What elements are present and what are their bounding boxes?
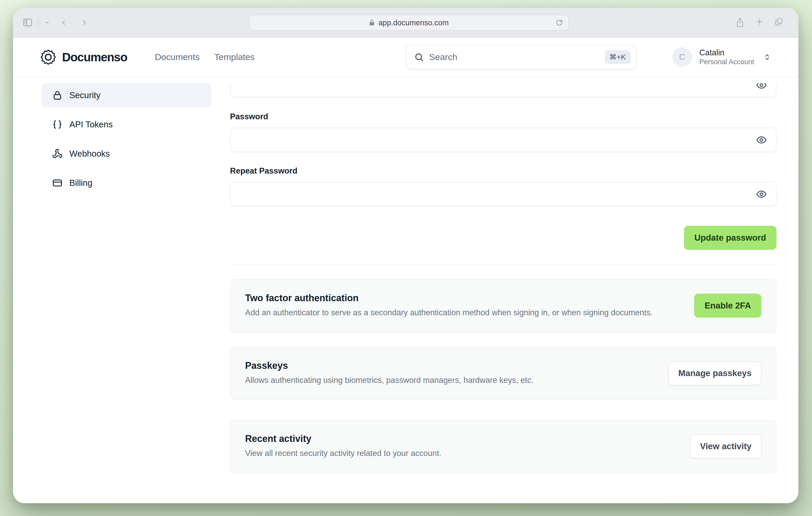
eye-icon[interactable]: [756, 83, 767, 91]
current-password-input[interactable]: [231, 83, 776, 97]
sidebar-item-label: Webhooks: [69, 149, 110, 159]
credit-card-icon: [52, 178, 63, 188]
documenso-logo[interactable]: Documenso: [40, 49, 127, 65]
recent-activity-title: Recent activity: [245, 433, 677, 444]
passkeys-description: Allows authenticating using biometrics, …: [245, 374, 656, 386]
two-factor-description: Add an authenticator to serve as a secon…: [245, 307, 662, 319]
nav-documents[interactable]: Documents: [155, 52, 200, 62]
settings-sidebar: Security API Tokens Webhooks: [42, 83, 211, 503]
sidebar-item-security[interactable]: Security: [42, 83, 211, 107]
passkeys-title: Passkeys: [245, 360, 656, 371]
two-factor-card: Two factor authentication Add an authent…: [230, 279, 777, 332]
search-shortcut-badge: ⌘+K: [605, 50, 631, 64]
account-type: Personal Account: [699, 58, 754, 66]
tls-lock-icon: [369, 19, 375, 26]
sidebar-item-label: Billing: [69, 178, 92, 188]
sidebar-item-label: Security: [69, 90, 100, 100]
view-activity-button[interactable]: View activity: [690, 434, 761, 458]
avatar: C: [672, 47, 692, 67]
update-password-button[interactable]: Update password: [684, 226, 777, 250]
browser-toolbar: app.documenso.com: [13, 8, 799, 37]
brand-name: Documenso: [62, 50, 127, 64]
braces-icon: [52, 119, 63, 130]
lock-icon: [52, 90, 63, 101]
current-password-field[interactable]: [230, 83, 777, 97]
browser-window: app.documenso.com: [13, 8, 799, 503]
share-icon[interactable]: [736, 18, 744, 27]
repeat-password-input[interactable]: [231, 183, 776, 206]
chevrons-up-down-icon: [763, 52, 771, 62]
tab-overview-icon[interactable]: [775, 18, 783, 27]
search-input[interactable]: [429, 52, 600, 62]
manage-passkeys-button[interactable]: Manage passkeys: [668, 361, 761, 385]
enable-2fa-button[interactable]: Enable 2FA: [694, 294, 761, 318]
passkeys-card: Passkeys Allows authenticating using bio…: [230, 347, 777, 400]
sidebar-item-billing[interactable]: Billing: [42, 171, 211, 195]
forward-icon[interactable]: [81, 19, 88, 26]
search-bar[interactable]: ⌘+K: [406, 45, 637, 70]
nav-templates[interactable]: Templates: [214, 52, 255, 62]
sidebar-item-label: API Tokens: [69, 119, 113, 130]
documenso-logo-icon: [40, 49, 56, 65]
repeat-password-field[interactable]: [230, 182, 777, 207]
url-text: app.documenso.com: [378, 19, 448, 27]
eye-icon[interactable]: [756, 188, 767, 200]
two-factor-title: Two factor authentication: [245, 293, 682, 303]
sidebar-toggle-icon[interactable]: [23, 18, 32, 27]
recent-activity-description: View all recent security activity relate…: [245, 447, 662, 460]
address-bar[interactable]: app.documenso.com: [249, 15, 569, 31]
sidebar-menu-chevron-icon[interactable]: [44, 20, 50, 25]
account-name: Catalin: [699, 48, 754, 58]
repeat-password-label: Repeat Password: [230, 166, 777, 175]
main-nav: Documents Templates: [155, 52, 255, 62]
search-icon: [414, 52, 424, 62]
app-header: Documenso Documents Templates ⌘+K C Cata…: [13, 37, 799, 77]
new-tab-icon[interactable]: [755, 18, 763, 27]
password-input[interactable]: [231, 128, 776, 152]
account-menu[interactable]: C Catalin Personal Account: [672, 47, 771, 67]
toolbar-divider: [38, 17, 38, 28]
password-field[interactable]: [230, 128, 777, 152]
sidebar-item-webhooks[interactable]: Webhooks: [42, 142, 211, 166]
reload-icon[interactable]: [555, 19, 563, 27]
webhook-icon: [52, 148, 63, 159]
back-icon[interactable]: [60, 19, 67, 26]
eye-icon[interactable]: [756, 134, 767, 146]
section-divider: [230, 265, 777, 266]
security-settings-panel: Password Repeat Password Update password: [230, 83, 777, 503]
sidebar-item-api-tokens[interactable]: API Tokens: [42, 112, 211, 136]
password-label: Password: [230, 112, 777, 121]
recent-activity-card: Recent activity View all recent security…: [230, 420, 777, 473]
desktop-background: app.documenso.com: [0, 0, 812, 516]
